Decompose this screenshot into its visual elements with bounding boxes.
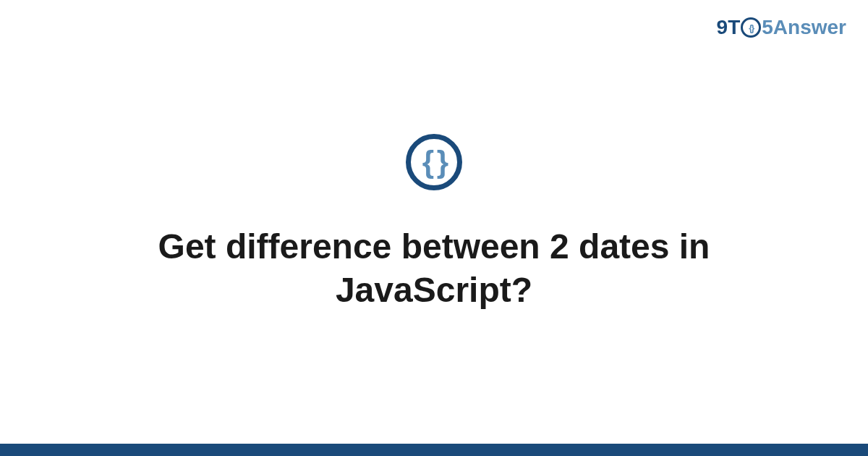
code-braces-icon: { } xyxy=(422,145,446,180)
topic-icon: { } xyxy=(406,134,462,190)
footer-bar xyxy=(0,444,868,456)
main-content: { } Get difference between 2 dates in Ja… xyxy=(0,0,868,445)
page-title: Get difference between 2 dates in JavaSc… xyxy=(72,225,796,312)
